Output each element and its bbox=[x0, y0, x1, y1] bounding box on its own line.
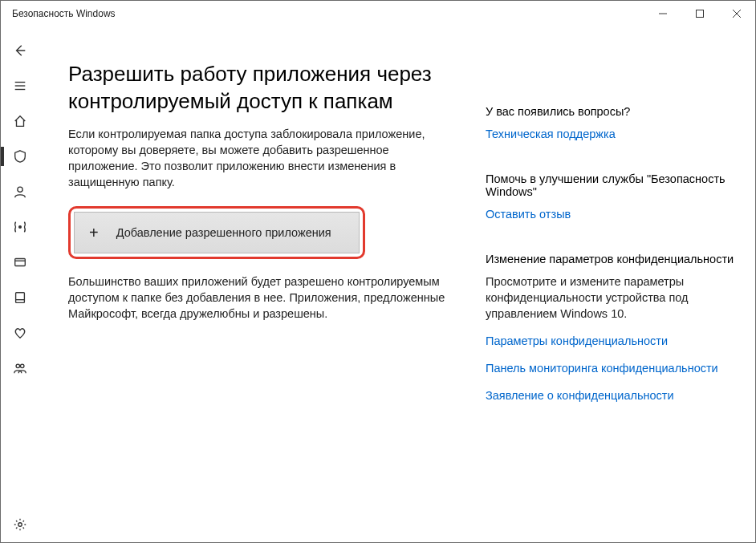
main-content: Разрешить работу приложения через контро… bbox=[68, 43, 486, 526]
privacy-statement-link[interactable]: Заявление о конфиденциальности bbox=[486, 387, 739, 403]
nav-settings[interactable] bbox=[1, 507, 39, 542]
aside-panel: У вас появились вопросы? Техническая под… bbox=[486, 43, 739, 526]
svg-rect-9 bbox=[15, 259, 26, 266]
window-title: Безопасность Windows bbox=[12, 8, 116, 19]
privacy-settings-link[interactable]: Параметры конфиденциальности bbox=[486, 333, 739, 349]
feedback-block: Помочь в улучшении службы "Безопасность … bbox=[486, 172, 739, 222]
add-allowed-app-button[interactable]: + Добавление разрешенного приложения bbox=[74, 212, 360, 253]
privacy-block: Изменение параметров конфиденциальности … bbox=[486, 253, 739, 403]
privacy-title: Изменение параметров конфиденциальности bbox=[486, 253, 739, 265]
maximize-button[interactable] bbox=[681, 1, 718, 26]
svg-rect-1 bbox=[697, 10, 704, 18]
nav-account[interactable] bbox=[1, 174, 39, 209]
nav-device-security[interactable] bbox=[1, 280, 39, 315]
nav-app-control[interactable] bbox=[1, 245, 39, 280]
support-link[interactable]: Техническая поддержка bbox=[486, 126, 739, 142]
svg-point-8 bbox=[19, 226, 22, 229]
nav-device-health[interactable] bbox=[1, 315, 39, 351]
menu-button[interactable] bbox=[1, 68, 39, 103]
privacy-dashboard-link[interactable]: Панель мониторинга конфиденциальности bbox=[486, 360, 739, 376]
nav-firewall[interactable] bbox=[1, 209, 39, 245]
note-text: Большинство ваших приложений будет разре… bbox=[68, 274, 453, 322]
nav-family[interactable] bbox=[1, 351, 39, 386]
svg-rect-11 bbox=[16, 293, 25, 303]
sidebar bbox=[1, 26, 39, 542]
close-button[interactable] bbox=[718, 1, 755, 26]
plus-icon: + bbox=[89, 224, 99, 242]
svg-point-13 bbox=[16, 364, 20, 368]
svg-point-14 bbox=[20, 364, 24, 368]
nav-virus-protection[interactable] bbox=[1, 139, 39, 174]
feedback-title: Помочь в улучшении службы "Безопасность … bbox=[486, 172, 739, 198]
questions-title: У вас появились вопросы? bbox=[486, 105, 739, 118]
nav-home[interactable] bbox=[1, 103, 39, 139]
questions-block: У вас появились вопросы? Техническая под… bbox=[486, 105, 739, 142]
back-button[interactable] bbox=[1, 33, 39, 68]
svg-point-7 bbox=[18, 187, 22, 192]
minimize-button[interactable] bbox=[644, 1, 681, 26]
highlight-frame: + Добавление разрешенного приложения bbox=[68, 206, 365, 259]
add-button-label: Добавление разрешенного приложения bbox=[116, 226, 331, 239]
feedback-link[interactable]: Оставить отзыв bbox=[486, 206, 739, 222]
privacy-text: Просмотрите и измените параметры конфиде… bbox=[486, 274, 739, 322]
page-title: Разрешить работу приложения через контро… bbox=[68, 60, 453, 115]
svg-point-15 bbox=[18, 523, 22, 527]
intro-text: Если контролируемая папка доступа заблок… bbox=[68, 126, 453, 190]
titlebar: Безопасность Windows bbox=[1, 1, 755, 26]
